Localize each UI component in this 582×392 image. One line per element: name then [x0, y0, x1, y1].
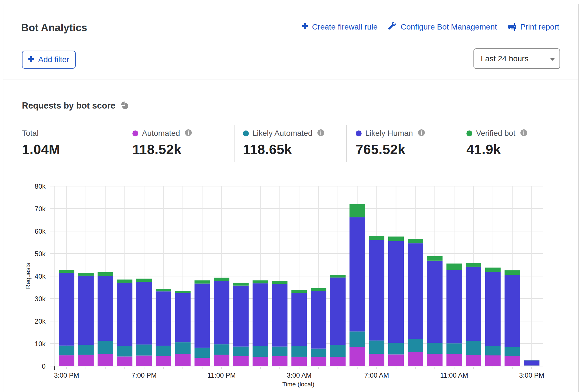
bar-segment-automated[interactable]: [136, 355, 152, 366]
bar-segment-automated[interactable]: [485, 355, 501, 366]
bar-segment-likely-human[interactable]: [78, 276, 94, 345]
bar-segment-likely-automated[interactable]: [98, 341, 113, 354]
bar-segment-automated[interactable]: [311, 357, 326, 366]
bar-segment-likely-human[interactable]: [233, 286, 249, 347]
bar-segment-likely-human[interactable]: [524, 361, 540, 365]
bar-segment-verified-bot[interactable]: [466, 263, 481, 267]
bar-segment-likely-human[interactable]: [195, 283, 210, 348]
bar-segment-likely-human[interactable]: [136, 282, 152, 344]
create-firewall-rule-link[interactable]: Create firewall rule: [302, 22, 378, 31]
bar-segment-automated[interactable]: [446, 354, 462, 366]
bar-segment-automated[interactable]: [98, 354, 113, 366]
bar-segment-likely-automated[interactable]: [195, 348, 210, 358]
print-report-link[interactable]: Print report: [508, 22, 560, 31]
bar-segment-likely-human[interactable]: [330, 278, 346, 345]
add-filter-button[interactable]: Add filter: [22, 51, 76, 69]
bar-segment-verified-bot[interactable]: [446, 263, 462, 270]
bar-segment-likely-automated[interactable]: [272, 346, 287, 356]
bar-segment-automated[interactable]: [524, 366, 540, 366]
bar-segment-likely-human[interactable]: [272, 284, 287, 346]
info-icon[interactable]: [185, 129, 192, 137]
bar-segment-likely-automated[interactable]: [156, 346, 171, 356]
bar-segment-verified-bot[interactable]: [311, 288, 326, 291]
bar-segment-verified-bot[interactable]: [505, 270, 520, 275]
bar-segment-automated[interactable]: [505, 356, 520, 366]
configure-bot-management-link[interactable]: Configure Bot Management: [389, 22, 497, 31]
bar-segment-automated[interactable]: [349, 347, 365, 366]
bar-segment-verified-bot[interactable]: [349, 204, 365, 217]
bar-segment-automated[interactable]: [369, 354, 384, 366]
bar-segment-likely-human[interactable]: [466, 267, 481, 341]
bar-segment-verified-bot[interactable]: [156, 289, 171, 291]
bar-segment-automated[interactable]: [408, 352, 423, 366]
bar-segment-verified-bot[interactable]: [214, 278, 229, 281]
bar-segment-likely-human[interactable]: [427, 261, 443, 343]
bar-segment-likely-human[interactable]: [408, 243, 423, 339]
bar-segment-likely-automated[interactable]: [388, 343, 404, 355]
bar-segment-likely-automated[interactable]: [311, 349, 326, 357]
bar-segment-verified-bot[interactable]: [59, 270, 74, 273]
bar-segment-likely-automated[interactable]: [369, 341, 384, 354]
bar-segment-likely-human[interactable]: [156, 291, 171, 346]
bar-segment-likely-automated[interactable]: [505, 347, 520, 356]
bar-segment-likely-automated[interactable]: [485, 346, 501, 355]
bar-segment-likely-human[interactable]: [117, 283, 132, 346]
bar-segment-likely-human[interactable]: [253, 283, 268, 346]
bar-segment-likely-human[interactable]: [98, 276, 113, 341]
bar-segment-verified-bot[interactable]: [233, 283, 249, 286]
bar-segment-likely-automated[interactable]: [136, 344, 152, 355]
bar-segment-likely-human[interactable]: [369, 240, 384, 341]
bar-segment-likely-human[interactable]: [59, 273, 74, 346]
bar-segment-likely-automated[interactable]: [233, 346, 249, 356]
bar-segment-likely-automated[interactable]: [466, 341, 481, 355]
bar-segment-verified-bot[interactable]: [136, 279, 152, 282]
bar-segment-verified-bot[interactable]: [98, 272, 113, 276]
bar-segment-verified-bot[interactable]: [388, 236, 404, 241]
bar-segment-likely-human[interactable]: [291, 293, 307, 346]
bar-segment-verified-bot[interactable]: [291, 290, 307, 293]
bar-segment-automated[interactable]: [59, 355, 74, 366]
info-icon[interactable]: [520, 129, 527, 137]
bar-segment-verified-bot[interactable]: [272, 281, 287, 284]
bar-segment-automated[interactable]: [195, 358, 210, 366]
bar-segment-likely-human[interactable]: [175, 293, 191, 342]
bar-segment-verified-bot[interactable]: [408, 239, 423, 243]
bar-segment-verified-bot[interactable]: [195, 280, 210, 283]
bar-segment-automated[interactable]: [388, 354, 404, 366]
bar-segment-verified-bot[interactable]: [369, 236, 384, 240]
bar-segment-verified-bot[interactable]: [175, 291, 191, 293]
bar-segment-likely-automated[interactable]: [349, 332, 365, 347]
bar-segment-verified-bot[interactable]: [117, 280, 132, 283]
bar-segment-likely-human[interactable]: [485, 272, 501, 346]
info-icon[interactable]: [418, 129, 425, 137]
bar-segment-automated[interactable]: [466, 355, 481, 366]
bar-segment-verified-bot[interactable]: [330, 275, 346, 278]
bar-segment-automated[interactable]: [272, 356, 287, 366]
bar-segment-automated[interactable]: [214, 355, 229, 366]
bar-segment-likely-human[interactable]: [214, 281, 229, 344]
bar-segment-likely-automated[interactable]: [408, 339, 423, 352]
bar-segment-automated[interactable]: [175, 354, 191, 366]
bar-segment-likely-automated[interactable]: [59, 346, 74, 355]
bar-segment-verified-bot[interactable]: [427, 256, 443, 261]
bar-segment-likely-automated[interactable]: [291, 346, 307, 357]
bar-segment-verified-bot[interactable]: [485, 268, 501, 272]
bar-segment-likely-human[interactable]: [311, 291, 326, 349]
bar-segment-likely-automated[interactable]: [524, 365, 540, 365]
bar-segment-likely-automated[interactable]: [78, 345, 94, 355]
bar-segment-likely-automated[interactable]: [330, 345, 346, 357]
bar-segment-likely-human[interactable]: [505, 275, 520, 347]
bar-segment-likely-automated[interactable]: [117, 346, 132, 357]
bar-segment-likely-automated[interactable]: [214, 344, 229, 355]
bar-segment-automated[interactable]: [233, 356, 249, 366]
bar-segment-automated[interactable]: [330, 357, 346, 366]
bar-segment-automated[interactable]: [253, 357, 268, 366]
bar-segment-automated[interactable]: [78, 355, 94, 366]
bar-segment-verified-bot[interactable]: [253, 280, 268, 283]
bar-segment-likely-automated[interactable]: [175, 342, 191, 354]
bar-segment-likely-human[interactable]: [446, 270, 462, 344]
bar-segment-automated[interactable]: [156, 356, 171, 366]
bar-segment-likely-automated[interactable]: [427, 343, 443, 354]
bar-segment-verified-bot[interactable]: [78, 273, 94, 276]
time-range-select[interactable]: Last 24 hours: [473, 48, 560, 69]
